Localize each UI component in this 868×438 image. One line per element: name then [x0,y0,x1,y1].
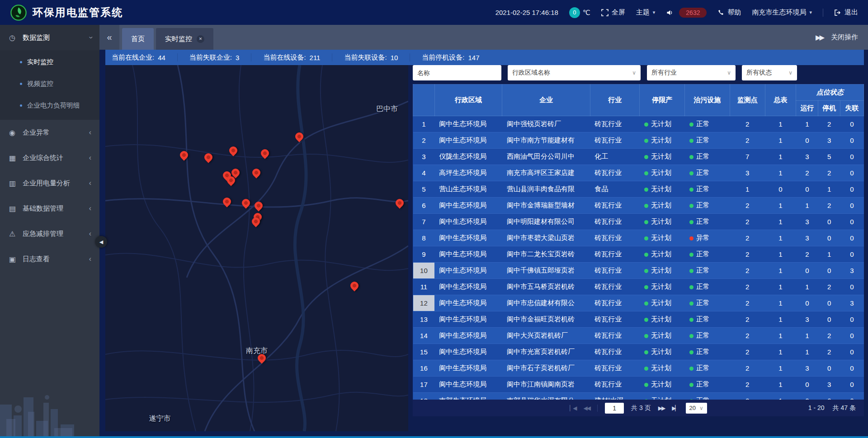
theme-dropdown[interactable]: 主题▾ [636,8,656,17]
org-dropdown[interactable]: 南充市生态环境局▾ [752,8,812,17]
map-pin[interactable] [222,196,232,209]
cell-stop-count: 2 [818,116,840,132]
chevron-down-icon: ∨ [727,70,731,76]
region-filter-select[interactable]: 行政区域名称∨ [508,65,641,80]
page-number-input[interactable] [605,403,624,414]
map-collapse-button[interactable]: ◀ [95,236,107,248]
cell-stop-count: 0 [818,214,840,230]
cell-master-count: 1 [765,246,796,263]
status-filter-select[interactable]: 所有状态∨ [742,65,797,80]
cell-limit-status: 无计划 [640,149,685,165]
sidebar-item-label: 日志查看 [23,255,89,264]
close-operations-button[interactable]: 关闭操作 [831,33,858,42]
map-pin[interactable] [228,145,238,158]
table-row[interactable]: 2阆中生态环境局阆中市南方节能建材有砖瓦行业无计划正常21030 [413,132,864,149]
map-pin[interactable] [260,148,270,160]
map-pin[interactable] [251,167,261,180]
tab-scroll-right-button[interactable]: ▶▶ [816,33,825,42]
cell-lost-count: 3 [840,295,864,311]
alarm-count-badge[interactable]: 2632 [679,8,707,18]
sidebar-item-数据监测[interactable]: ◷数据监测‹ [0,25,99,50]
cell-industry: 砖瓦行业 [590,377,640,393]
fullscreen-button[interactable]: 全屏 [601,8,625,17]
map-pin[interactable] [179,150,189,162]
table-row[interactable]: 5营山生态环境局营山县润丰肉食品有限食品无计划正常10010 [413,181,864,198]
name-search-input[interactable] [413,65,501,80]
cell-region: 阆中生态环境局 [434,230,502,246]
pin-icon [253,200,264,212]
table-row[interactable]: 3仪陇生态环境局西南油气田分公司川中化工无计划正常71350 [413,149,864,165]
tab-实时监控[interactable]: 实时监控✕ [156,28,213,50]
map[interactable]: 巴中市南充市遂宁市 [105,65,408,431]
sidebar-item-应急减排管理[interactable]: ⚠应急减排管理‹ [0,221,99,246]
table-row[interactable]: 4高坪生态环境局南充市高坪区王家店建砖瓦行业无计划正常31220 [413,165,864,181]
table-row[interactable]: 6阆中生态环境局阆中市金博瑞新型墙材砖瓦行业无计划正常21120 [413,198,864,214]
sidebar-group: ▣日志查看‹ [0,246,99,272]
help-button[interactable]: 帮助 [717,8,741,17]
sidebar-subitem-实时监控[interactable]: 实时监控 [0,51,99,73]
industry-filter-select[interactable]: 所有行业∨ [647,65,736,80]
sidebar-subitem-视频监控[interactable]: 视频监控 [0,73,99,94]
table-row[interactable]: 14阆中生态环境局阆中大兴页岩机砖厂砖瓦行业无计划正常21120 [413,328,864,344]
cell-region: 阆中生态环境局 [434,246,502,263]
map-pin[interactable] [241,198,251,210]
map-pin[interactable] [349,280,359,293]
cell-region: 高坪生态环境局 [434,165,502,181]
tab-首页[interactable]: 首页 [122,28,154,50]
map-pin[interactable] [226,175,236,188]
map-pin[interactable] [251,216,261,229]
tab-scroll-left-button[interactable]: « [99,25,119,50]
table-row[interactable]: 9阆中生态环境局阆中市二龙长宝页岩砖砖瓦行业无计划正常21210 [413,246,864,263]
page-size-select[interactable]: 20∨ [686,403,707,414]
table-row[interactable]: 11阆中生态环境局阆中市五马桥页岩机砖砖瓦行业无计划正常21120 [413,279,864,295]
cell-lost-count: 0 [840,149,864,165]
table-row[interactable]: 18南部生态环境局南部县瑞华水泥有限公建材|水泥无计划正常21060 [413,393,864,400]
cell-monitor-count: 2 [730,311,765,328]
sidebar-item-日志查看[interactable]: ▣日志查看‹ [0,246,99,272]
table-row[interactable]: 17阆中生态环境局阆中市江南镇阆南页岩砖瓦行业无计划正常21030 [413,377,864,393]
logout-button[interactable]: 退出 [834,8,858,17]
prev-page-button[interactable]: ◀◀ [584,405,590,411]
table-row[interactable]: 8阆中生态环境局阆中市枣碧大梁山页岩砖瓦行业无计划异常21300 [413,230,864,246]
alarm-sound-button[interactable] [666,9,674,16]
table-row[interactable]: 15阆中生态环境局阆中市光富页岩机砖厂砖瓦行业无计划正常21120 [413,344,864,360]
cell-run-count: 3 [796,214,818,230]
table-row[interactable]: 1阆中生态环境局阆中强锐页岩砖厂砖瓦行业无计划正常21120 [413,116,864,132]
sidebar-item-企业异常[interactable]: ◉企业异常‹ [0,120,99,145]
cell-limit-status: 无计划 [640,198,685,214]
last-page-button[interactable]: ▶▏ [672,405,678,411]
chevron-left-icon: ‹ [89,154,91,162]
sidebar-item-企业综合统计[interactable]: ▦企业综合统计‹ [0,145,99,170]
table-row[interactable]: 13阆中生态环境局阆中市金福旺页岩机砖砖瓦行业无计划正常21300 [413,311,864,328]
cell-industry: 砖瓦行业 [590,328,640,344]
stat-value: 3 [236,54,239,61]
status-dot-icon [689,139,693,143]
chevron-down-icon: ‹ [86,36,94,38]
status-dot-icon [689,301,693,306]
table-row[interactable]: 7阆中生态环境局阆中明阳建材有限公司砖瓦行业无计划正常21300 [413,214,864,230]
next-page-button[interactable]: ▶▶ [658,405,665,411]
first-page-button[interactable]: ▏◀ [570,405,576,411]
cell-facility-status: 异常 [685,230,730,246]
cell-index: 3 [413,149,435,165]
map-pin[interactable] [294,131,304,144]
cell-run-count: 0 [796,263,818,279]
status-dot-icon [644,253,648,257]
close-tab-icon[interactable]: ✕ [197,35,204,43]
sidebar-item-企业用电量分析[interactable]: ▥企业用电量分析‹ [0,170,99,196]
sidebar-subitem-企业电力负荷明细[interactable]: 企业电力负荷明细 [0,94,99,116]
cell-stop-count: 1 [818,246,840,263]
cell-facility-status: 正常 [685,116,730,132]
map-pin[interactable] [203,152,213,165]
table-row[interactable]: 10阆中生态环境局阆中千佛镇五郎垭页岩砖瓦行业无计划正常21003 [413,263,864,279]
cell-facility-status: 正常 [685,344,730,360]
cell-facility-status: 正常 [685,295,730,311]
sidebar-item-基础数据管理[interactable]: ▤基础数据管理‹ [0,196,99,221]
cell-index: 13 [413,311,435,328]
table-row[interactable]: 12阆中生态环境局阆中市忠信建材有限公砖瓦行业无计划正常21003 [413,295,864,311]
tab-list: 首页实时监控✕ [119,25,216,50]
map-pin[interactable] [395,198,405,210]
record-range-label: 1 - 20共 47 条 [808,404,856,412]
table-row[interactable]: 16阆中生态环境局阆中市石子页岩机砖厂砖瓦行业无计划正常21300 [413,360,864,377]
cell-limit-status: 无计划 [640,360,685,377]
